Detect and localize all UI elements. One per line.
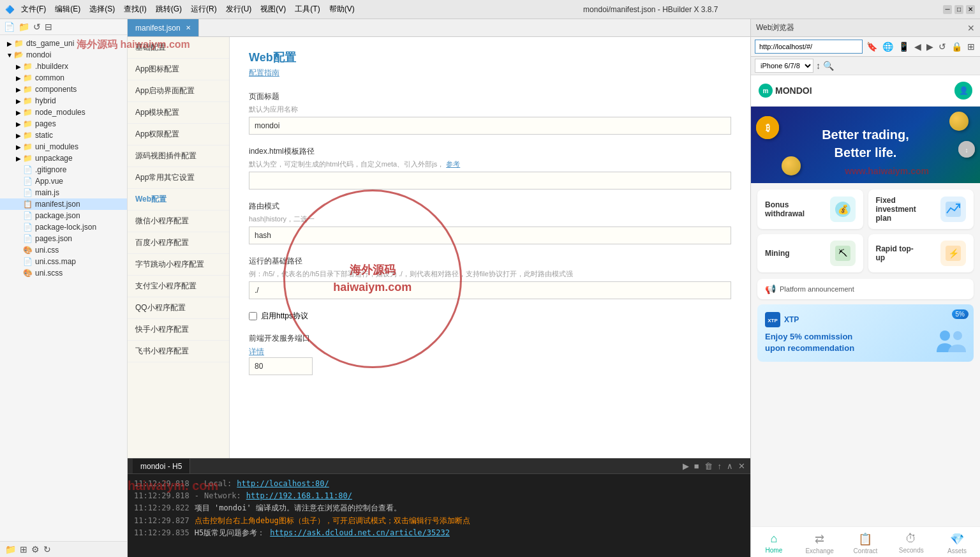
- minimize-button[interactable]: ─: [943, 5, 952, 14]
- tree-item-package-lock-json[interactable]: 📄 package-lock.json: [0, 221, 127, 233]
- tree-item-uni-modules[interactable]: ▶ 📁 uni_modules: [0, 141, 127, 152]
- https-checkbox[interactable]: [249, 312, 257, 320]
- tree-item-manifest-json[interactable]: 📋 manifest.json: [0, 198, 127, 210]
- config-nav-app-icon[interactable]: App图标配置: [128, 59, 229, 80]
- config-nav-baidu[interactable]: 百度小程序配置: [128, 232, 229, 254]
- rotate-icon[interactable]: ↕: [816, 61, 820, 71]
- config-nav-basic[interactable]: 基础配置: [128, 37, 229, 59]
- log-network-link[interactable]: http://192.168.1.11:80/: [246, 490, 352, 502]
- back-icon[interactable]: ◀: [913, 41, 923, 52]
- zoom-icon[interactable]: 🔍: [823, 61, 834, 71]
- menu-card-fixed-investment[interactable]: Fixed investment plan: [868, 189, 974, 229]
- base-path-input[interactable]: [249, 281, 731, 299]
- menu-card-rapid-topup[interactable]: Rapid top- up ⚡: [868, 234, 974, 272]
- globe-icon[interactable]: 🌐: [881, 41, 895, 52]
- page-title-input[interactable]: [249, 117, 731, 135]
- config-nav-app-permission[interactable]: App权限配置: [128, 124, 229, 145]
- nav-item-assets[interactable]: 💎 Assets: [934, 531, 980, 556]
- tree-item-pages-json[interactable]: 📄 pages.json: [0, 233, 127, 244]
- config-nav-web-config[interactable]: Web配置: [128, 189, 229, 211]
- phone-icon[interactable]: 📱: [897, 41, 910, 52]
- export-icon[interactable]: ↑: [718, 461, 722, 471]
- menu-file[interactable]: 文件(F): [17, 3, 50, 16]
- menu-card-bonus[interactable]: Bonus withdrawal 💰: [757, 189, 863, 229]
- config-nav-app-module[interactable]: App模块配置: [128, 102, 229, 124]
- config-nav-qq[interactable]: QQ小程序配置: [128, 297, 229, 319]
- html-template-ref-link[interactable]: 参考: [446, 160, 460, 168]
- menu-select[interactable]: 选择(S): [85, 3, 119, 16]
- refresh-icon[interactable]: ↺: [937, 41, 947, 52]
- config-guide-link[interactable]: 配置指南: [249, 68, 731, 78]
- config-nav-source-map[interactable]: 源码视图插件配置: [128, 145, 229, 167]
- browser-close-icon[interactable]: ✕: [967, 23, 975, 33]
- config-nav-app-misc[interactable]: App常用其它设置: [128, 167, 229, 189]
- tree-item-uni-css[interactable]: 🎨 uni.css: [0, 244, 127, 256]
- config-nav-feishu[interactable]: 飞书小程序配置: [128, 341, 229, 362]
- nav-item-home[interactable]: ⌂ Home: [751, 531, 797, 556]
- menu-edit[interactable]: 编辑(E): [51, 3, 84, 16]
- maximize-button[interactable]: □: [954, 5, 963, 14]
- scroll-up-icon[interactable]: ∧: [727, 461, 733, 471]
- explorer-icon[interactable]: 📁: [5, 544, 16, 554]
- terminal-icon[interactable]: ⊞: [20, 544, 27, 554]
- lock-icon[interactable]: 🔒: [950, 41, 963, 52]
- bottom-tab-mondoi-h5[interactable]: mondoi - H5: [133, 459, 190, 473]
- grid-icon[interactable]: ⊞: [966, 41, 976, 52]
- route-mode-input[interactable]: [249, 227, 731, 244]
- port-input[interactable]: [249, 357, 313, 375]
- device-selector[interactable]: iPhone 6/7/8: [755, 59, 813, 73]
- browser-url-input[interactable]: [755, 40, 863, 54]
- config-nav-zifubao[interactable]: 字节跳动小程序配置: [128, 254, 229, 276]
- config-nav-alipay[interactable]: 支付宝小程序配置: [128, 276, 229, 297]
- html-template-input[interactable]: [249, 172, 731, 189]
- mobile-avatar[interactable]: 👤: [954, 82, 972, 100]
- menu-find[interactable]: 查找(I): [120, 3, 150, 16]
- xtp-card[interactable]: 5% XTP XTP Enjoy 5% commissionupon recom…: [757, 304, 974, 362]
- tree-item-mondoi[interactable]: ▼ 📂 mondoi: [0, 49, 127, 61]
- tree-item-components[interactable]: ▶ 📁 components: [0, 84, 127, 95]
- tree-item-hbuilderx[interactable]: ▶ 📁 .hbuilderx: [0, 61, 127, 72]
- tree-item-app-vue[interactable]: 📄 App.vue: [0, 175, 127, 187]
- tree-item-static[interactable]: ▶ 📁 static: [0, 130, 127, 141]
- menu-publish[interactable]: 发行(U): [222, 3, 256, 16]
- new-folder-icon[interactable]: 📁: [19, 22, 29, 32]
- close-button[interactable]: ✕: [966, 5, 975, 14]
- tree-item-uni-scss[interactable]: 🎨 uni.scss: [0, 267, 127, 279]
- port-detail-link[interactable]: 详情: [249, 346, 264, 357]
- menu-help[interactable]: 帮助(V): [325, 3, 359, 16]
- config-icon[interactable]: ⚙: [31, 544, 40, 554]
- tab-close-icon[interactable]: ✕: [186, 24, 191, 31]
- log-h5-faq-link[interactable]: https://ask.dcloud.net.cn/article/35232: [270, 527, 450, 539]
- bookmark-icon[interactable]: 🔖: [865, 41, 879, 52]
- tree-item-node-modules[interactable]: ▶ 📁 node_modules: [0, 107, 127, 118]
- collapse-icon[interactable]: ⊟: [45, 22, 52, 32]
- config-nav-app-splash[interactable]: App启动界面配置: [128, 80, 229, 102]
- menu-bar[interactable]: 文件(F) 编辑(E) 选择(S) 查找(I) 跳转(G) 运行(R) 发行(U…: [17, 3, 359, 16]
- forward-icon[interactable]: ▶: [925, 41, 935, 52]
- tree-item-main-js[interactable]: 📄 main.js: [0, 187, 127, 198]
- new-file-icon[interactable]: 📄: [4, 22, 15, 32]
- nav-item-seconds[interactable]: ⏱ Seconds: [888, 531, 934, 556]
- refresh-icon2[interactable]: ↻: [43, 544, 51, 554]
- log-local-link[interactable]: http://localhost:80/: [237, 478, 329, 490]
- tree-item-common[interactable]: ▶ 📁 common: [0, 72, 127, 84]
- menu-view[interactable]: 视图(V): [256, 3, 290, 16]
- tree-item-pages[interactable]: ▶ 📁 pages: [0, 118, 127, 130]
- run-icon[interactable]: ▶: [683, 461, 689, 471]
- nav-item-contract[interactable]: 📋 Contract: [843, 531, 889, 556]
- menu-run[interactable]: 运行(R): [187, 3, 221, 16]
- tree-item-gitignore[interactable]: 📄 .gitignore: [0, 164, 127, 175]
- tree-item-unpackage[interactable]: ▶ 📁 unpackage: [0, 152, 127, 164]
- tree-item-dts-game-uni[interactable]: ▶ 📁 dts_game_uni: [0, 38, 127, 49]
- tree-item-uni-css-map[interactable]: 📄 uni.css.map: [0, 256, 127, 267]
- clear-icon[interactable]: 🗑: [704, 461, 713, 471]
- config-nav-kuaishou[interactable]: 快手小程序配置: [128, 319, 229, 341]
- tree-item-package-json[interactable]: 📄 package.json: [0, 210, 127, 221]
- menu-jump[interactable]: 跳转(G): [152, 3, 186, 16]
- tab-manifest-json[interactable]: manifest.json ✕: [128, 19, 199, 36]
- nav-item-exchange[interactable]: ⇄ Exchange: [797, 531, 843, 556]
- refresh-icon[interactable]: ↺: [33, 22, 41, 32]
- config-nav-weixin[interactable]: 微信小程序配置: [128, 211, 229, 232]
- window-controls[interactable]: ─ □ ✕: [943, 5, 975, 14]
- menu-tools[interactable]: 工具(T): [291, 3, 323, 16]
